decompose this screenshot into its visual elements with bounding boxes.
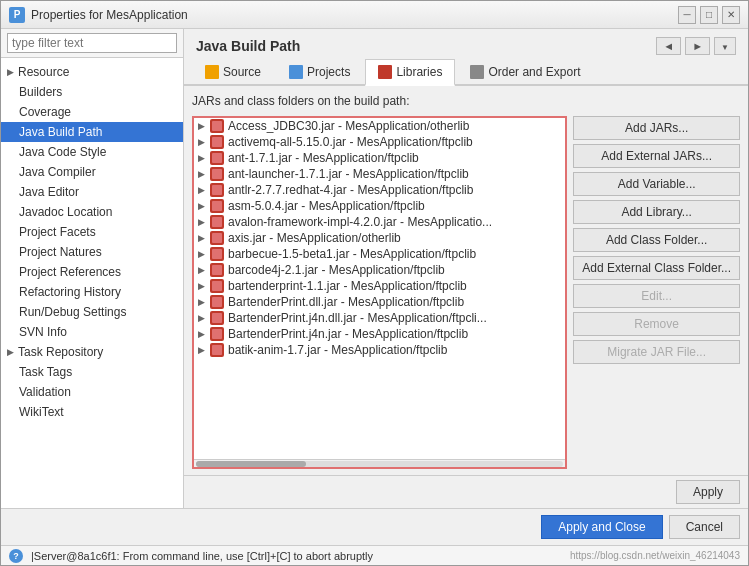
horizontal-scrollbar[interactable] [194,459,565,467]
jar-list-item[interactable]: ▶Access_JDBC30.jar - MesApplication/othe… [194,118,565,134]
jar-file-icon [210,327,224,341]
jar-name: BartenderPrint.j4n.jar - MesApplication/… [228,327,468,341]
tab-label: Projects [307,65,350,79]
cancel-button[interactable]: Cancel [669,515,740,539]
jar-list-item[interactable]: ▶batik-anim-1.7.jar - MesApplication/ftp… [194,342,565,358]
jar-list-item[interactable]: ▶bartenderprint-1.1.jar - MesApplication… [194,278,565,294]
maximize-button[interactable]: □ [700,6,718,24]
sidebar-item-label: SVN Info [19,325,67,339]
sidebar-item-svn-info[interactable]: SVN Info [1,322,183,342]
expand-arrow-icon: ▶ [7,67,14,77]
tab-order-export[interactable]: Order and Export [457,59,593,84]
forward-button[interactable]: ► [685,37,710,55]
panel-header: Java Build Path ◄ ► [184,29,748,59]
title-bar-left: P Properties for MesApplication [9,7,188,23]
jar-expand-icon: ▶ [198,345,208,355]
jar-expand-icon: ▶ [198,169,208,179]
sidebar-item-task-tags[interactable]: Task Tags [1,362,183,382]
jar-list-item[interactable]: ▶barcode4j-2.1.jar - MesApplication/ftpc… [194,262,565,278]
add-class-folder-button[interactable]: Add Class Folder... [573,228,740,252]
sidebar-item-label: Run/Debug Settings [19,305,126,319]
jar-name: activemq-all-5.15.0.jar - MesApplication… [228,135,473,149]
add-external-jars-button[interactable]: Add External JARs... [573,144,740,168]
jar-list-container: ▶Access_JDBC30.jar - MesApplication/othe… [192,116,567,469]
jar-list-item[interactable]: ▶BartenderPrint.dll.jar - MesApplication… [194,294,565,310]
sidebar-item-java-build-path[interactable]: Java Build Path [1,122,183,142]
jar-file-icon [210,279,224,293]
add-external-class-folder-button[interactable]: Add External Class Folder... [573,256,740,280]
sidebar-item-label: Refactoring History [19,285,121,299]
remove-button: Remove [573,312,740,336]
add-library-button[interactable]: Add Library... [573,200,740,224]
migrate-jar-button: Migrate JAR File... [573,340,740,364]
sidebar-item-builders[interactable]: Builders [1,82,183,102]
jar-list-item[interactable]: ▶BartenderPrint.j4n.dll.jar - MesApplica… [194,310,565,326]
jar-file-icon [210,199,224,213]
jar-list-item[interactable]: ▶avalon-framework-impl-4.2.0.jar - MesAp… [194,214,565,230]
jar-expand-icon: ▶ [198,121,208,131]
sidebar-item-project-natures[interactable]: Project Natures [1,242,183,262]
sidebar-item-java-compiler[interactable]: Java Compiler [1,162,183,182]
jar-list-item[interactable]: ▶activemq-all-5.15.0.jar - MesApplicatio… [194,134,565,150]
sidebar-item-project-facets[interactable]: Project Facets [1,222,183,242]
sidebar-item-label: Coverage [19,105,71,119]
jar-expand-icon: ▶ [198,137,208,147]
jar-name: Access_JDBC30.jar - MesApplication/other… [228,119,469,133]
add-variable-button[interactable]: Add Variable... [573,172,740,196]
jar-list-item[interactable]: ▶asm-5.0.4.jar - MesApplication/ftpclib [194,198,565,214]
content-body: ▶Access_JDBC30.jar - MesApplication/othe… [192,116,740,469]
panel-title: Java Build Path [196,38,300,54]
help-icon[interactable]: ? [9,549,23,563]
jar-list-item[interactable]: ▶antlr-2.7.7.redhat-4.jar - MesApplicati… [194,182,565,198]
jar-file-icon [210,167,224,181]
sidebar-item-validation[interactable]: Validation [1,382,183,402]
sidebar-item-label: Project Facets [19,225,96,239]
add-jars-button[interactable]: Add JARs... [573,116,740,140]
tab-icon-order-export [470,65,484,79]
sidebar-item-wikitext[interactable]: WikiText [1,402,183,422]
tab-source[interactable]: Source [192,59,274,84]
sidebar-item-resource[interactable]: ▶Resource [1,62,183,82]
jar-file-icon [210,247,224,261]
jar-file-icon [210,343,224,357]
tab-projects[interactable]: Projects [276,59,363,84]
sidebar-item-project-references[interactable]: Project References [1,262,183,282]
jar-file-icon [210,119,224,133]
nav-buttons: ◄ ► [656,37,736,55]
nav-dropdown-button[interactable] [714,37,736,55]
jar-name: barbecue-1.5-beta1.jar - MesApplication/… [228,247,476,261]
status-text: |Server@8a1c6f1: From command line, use … [31,550,373,562]
jar-list-item[interactable]: ▶barbecue-1.5-beta1.jar - MesApplication… [194,246,565,262]
sidebar-item-java-editor[interactable]: Java Editor [1,182,183,202]
jar-list-item[interactable]: ▶ant-1.7.1.jar - MesApplication/ftpclib [194,150,565,166]
tab-libraries[interactable]: Libraries [365,59,455,86]
sidebar-item-label: Project References [19,265,121,279]
jar-file-icon [210,135,224,149]
sidebar-item-coverage[interactable]: Coverage [1,102,183,122]
properties-dialog: P Properties for MesApplication ─ □ ✕ ▶R… [0,0,749,566]
sidebar-item-javadoc-location[interactable]: Javadoc Location [1,202,183,222]
content-area: ▶ResourceBuildersCoverageJava Build Path… [1,29,748,508]
sidebar-item-refactoring-history[interactable]: Refactoring History [1,282,183,302]
jar-list-item[interactable]: ▶ant-launcher-1.7.1.jar - MesApplication… [194,166,565,182]
jar-name: axis.jar - MesApplication/otherlib [228,231,401,245]
jar-list-item[interactable]: ▶axis.jar - MesApplication/otherlib [194,230,565,246]
minimize-button[interactable]: ─ [678,6,696,24]
sidebar-item-task-repository[interactable]: ▶Task Repository [1,342,183,362]
apply-and-close-button[interactable]: Apply and Close [541,515,662,539]
sidebar-item-java-code-style[interactable]: Java Code Style [1,142,183,162]
jar-expand-icon: ▶ [198,201,208,211]
sidebar-item-label: Resource [18,65,69,79]
back-button[interactable]: ◄ [656,37,681,55]
jar-list-item[interactable]: ▶BartenderPrint.j4n.jar - MesApplication… [194,326,565,342]
filter-input[interactable] [7,33,177,53]
tab-label: Source [223,65,261,79]
jar-list[interactable]: ▶Access_JDBC30.jar - MesApplication/othe… [194,118,565,459]
sidebar-item-run-debug[interactable]: Run/Debug Settings [1,302,183,322]
tab-label: Order and Export [488,65,580,79]
close-button[interactable]: ✕ [722,6,740,24]
apply-button[interactable]: Apply [676,480,740,504]
main-content: JARs and class folders on the build path… [184,86,748,475]
right-panel: Java Build Path ◄ ► SourceProjectsLibrar… [184,29,748,508]
jar-expand-icon: ▶ [198,249,208,259]
